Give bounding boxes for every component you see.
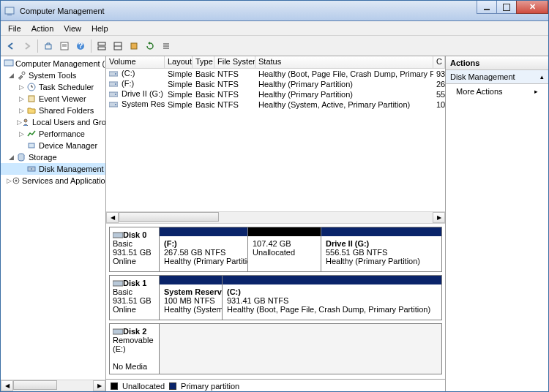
tree-users[interactable]: ▷Local Users and Groups (1, 116, 105, 128)
volume-row[interactable]: Drive II (G:)SimpleBasicNTFSHealthy (Pri… (106, 89, 445, 99)
menu-file[interactable]: File (4, 23, 26, 34)
center-pane: Volume Layout Type File System Status C … (106, 56, 446, 392)
partition[interactable]: Drive II (G:)556.51 GB NTFSHealthy (Prim… (321, 227, 441, 271)
view-top-button[interactable] (94, 39, 109, 53)
tree-label: Task Scheduler (39, 83, 94, 91)
svg-rect-0 (5, 7, 14, 14)
menu-action[interactable]: Action (27, 23, 59, 34)
collapse-icon[interactable]: ◢ (7, 72, 15, 79)
expand-icon[interactable]: ▷ (7, 177, 12, 184)
col-volume[interactable]: Volume (106, 56, 165, 68)
disk-label[interactable]: Disk 1Basic931.51 GBOnline (110, 276, 160, 320)
disk-type: Basic (113, 287, 132, 296)
disk-label[interactable]: Disk 0Basic931.51 GBOnline (110, 227, 160, 271)
partition[interactable]: (C:)931.41 GB NTFSHealthy (Boot, Page Fi… (222, 276, 441, 320)
tree-hscroll[interactable]: ◀ ▶ (1, 380, 105, 392)
collapse-icon[interactable]: ◢ (7, 154, 15, 161)
nav-tree: Computer Management (Local ◢System Tools… (1, 56, 106, 392)
tree-task[interactable]: ▷Task Scheduler (1, 81, 105, 93)
disk-icon (26, 164, 37, 174)
tree-label: Storage (29, 153, 57, 162)
volume-hscroll[interactable]: ◀ ▶ (106, 211, 445, 224)
tree-storage[interactable]: ◢Storage (1, 151, 105, 163)
svg-rect-35 (109, 102, 118, 107)
expand-icon[interactable]: ▷ (17, 130, 26, 137)
partition[interactable]: (F:)267.58 GB NTFSHealthy (Primary Parti… (160, 227, 247, 271)
svg-rect-39 (113, 329, 123, 334)
volume-status: Healthy (Boot, Page File, Crash Dump, Pr… (255, 69, 433, 78)
services-icon (12, 176, 20, 186)
partition-size: 107.42 GB (253, 239, 291, 248)
minimize-button[interactable] (477, 1, 497, 14)
forward-button[interactable] (20, 39, 34, 53)
scroll-right-icon[interactable]: ▶ (93, 380, 105, 391)
list-icon[interactable] (159, 39, 173, 53)
tree-devmgr[interactable]: Device Manager (1, 140, 105, 151)
expand-icon[interactable]: ▷ (17, 118, 22, 126)
partition[interactable]: 107.42 GBUnallocated (247, 227, 321, 271)
scroll-left-icon[interactable]: ◀ (106, 212, 119, 223)
expand-icon[interactable]: ▷ (17, 83, 26, 91)
up-button[interactable] (41, 39, 56, 53)
volume-type: Basic (193, 90, 214, 99)
disk-size: 931.51 GB (113, 248, 152, 257)
volume-row[interactable]: System ReservedSimpleBasicNTFSHealthy (S… (106, 99, 445, 110)
tree-label: Shared Folders (39, 106, 94, 115)
event-icon (26, 94, 37, 104)
volume-type: Basic (193, 80, 214, 88)
actions-pane: Actions Disk Management ▴ More Actions ▸ (446, 56, 548, 392)
col-fs[interactable]: File System (214, 56, 255, 68)
partition[interactable]: System Reserved100 MB NTFSHealthy (Syste… (160, 276, 222, 320)
scroll-left-icon[interactable]: ◀ (1, 380, 13, 391)
col-status[interactable]: Status (255, 56, 433, 68)
properties-button[interactable] (57, 39, 72, 53)
actions-sub[interactable]: Disk Management ▴ (446, 70, 548, 84)
expand-icon[interactable]: ▷ (17, 107, 26, 114)
storage-icon (15, 152, 27, 162)
disk-parts: (F:)267.58 GB NTFSHealthy (Primary Parti… (160, 227, 441, 271)
svg-point-22 (24, 119, 27, 122)
tree-systools[interactable]: ◢System Tools (1, 69, 105, 81)
disk-row: Disk 0Basic931.51 GBOnline(F:)267.58 GB … (109, 227, 442, 272)
svg-rect-33 (109, 92, 118, 97)
refresh-icon[interactable] (143, 39, 157, 53)
menu-bar: File Action View Help (1, 21, 548, 36)
tree-perf[interactable]: ▷Performance (1, 128, 105, 140)
expand-icon[interactable]: ▷ (17, 95, 26, 102)
tree-event[interactable]: ▷Event Viewer (1, 93, 105, 105)
drive-icon (109, 70, 119, 79)
tree-label: Services and Applications (22, 176, 106, 185)
folder-icon (26, 105, 37, 116)
tree-diskmgmt[interactable]: Disk Management (1, 163, 105, 175)
settings-icon[interactable] (127, 39, 141, 53)
scroll-right-icon[interactable]: ▶ (433, 212, 445, 223)
maximize-button[interactable] (496, 1, 517, 14)
volume-layout: Simple (165, 100, 193, 109)
menu-view[interactable]: View (59, 23, 86, 34)
disk-parts (160, 324, 441, 374)
volume-row[interactable]: (F:)SimpleBasicNTFSHealthy (Primary Part… (106, 79, 445, 89)
disk-label[interactable]: Disk 2Removable (E:)No Media (110, 324, 160, 374)
svg-text:?: ? (78, 41, 83, 50)
menu-help[interactable]: Help (87, 23, 113, 34)
tree-label: Disk Management (39, 165, 104, 173)
close-button[interactable] (516, 1, 548, 14)
tree-shared[interactable]: ▷Shared Folders (1, 105, 105, 116)
actions-more-label: More Actions (456, 87, 503, 96)
partition-status: Healthy (Primary Partition) (326, 257, 420, 265)
volume-c: 26 (433, 80, 445, 88)
col-type[interactable]: Type (193, 56, 214, 68)
tree-services[interactable]: ▷Services and Applications (1, 175, 105, 186)
drive-icon (109, 91, 119, 99)
help-button[interactable]: ? (73, 39, 88, 53)
drive-icon (109, 80, 119, 89)
tree-label: Performance (39, 129, 85, 138)
svg-point-28 (15, 180, 18, 182)
back-button[interactable] (4, 39, 18, 53)
tree-root[interactable]: Computer Management (Local (1, 58, 105, 69)
actions-more[interactable]: More Actions ▸ (446, 84, 548, 99)
volume-row[interactable]: (C:)SimpleBasicNTFSHealthy (Boot, Page F… (106, 69, 445, 79)
col-c[interactable]: C (433, 56, 445, 68)
view-bottom-button[interactable] (111, 39, 125, 53)
col-layout[interactable]: Layout (165, 56, 193, 68)
